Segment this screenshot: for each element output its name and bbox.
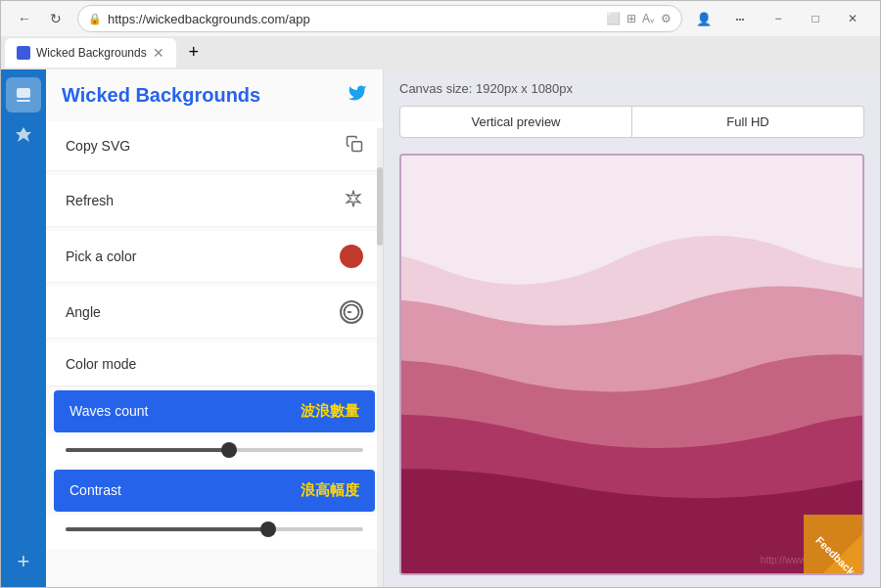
canvas-size-label: Canvas size: 1920px x 1080px xyxy=(399,81,864,96)
waves-count-item[interactable]: Waves count 波浪數量 xyxy=(54,390,375,432)
tab-favicon xyxy=(17,46,30,60)
tab-bar: Wicked Backgrounds ✕ + xyxy=(1,36,880,69)
tab-icon-2: ⊞ xyxy=(626,12,636,25)
contrast-slider-track[interactable] xyxy=(66,527,363,531)
nav-buttons: ← ↻ xyxy=(11,5,70,32)
tab-title: Wicked Backgrounds xyxy=(36,46,147,60)
settings-icon: ⚙ xyxy=(661,12,672,25)
active-tab[interactable]: Wicked Backgrounds ✕ xyxy=(5,38,176,68)
contrast-slider-container xyxy=(46,516,383,549)
panel-header: Wicked Backgrounds xyxy=(46,69,383,121)
refresh-label: Refresh xyxy=(66,193,344,208)
tab-close-icon[interactable]: ✕ xyxy=(153,45,164,61)
waves-slider-container xyxy=(46,436,383,470)
address-text: https://wickedbackgrounds.com/app xyxy=(108,12,600,26)
color-mode-item[interactable]: Color mode xyxy=(46,342,383,386)
panel-title: Wicked Backgrounds xyxy=(62,84,260,107)
app-panel: Wicked Backgrounds Copy SVG xyxy=(46,69,384,587)
contrast-slider-thumb[interactable] xyxy=(260,521,276,537)
contrast-item[interactable]: Contrast 浪高幅度 xyxy=(54,470,375,512)
twitter-icon[interactable] xyxy=(348,83,367,108)
waves-slider-fill xyxy=(66,448,229,452)
waves-count-label: Waves count xyxy=(70,403,301,419)
sidebar-collections-button[interactable] xyxy=(6,77,41,113)
lock-icon: 🔒 xyxy=(88,13,102,25)
waves-slider-track[interactable] xyxy=(66,448,363,452)
contrast-slider-fill xyxy=(66,527,268,531)
minimize-button[interactable]: − xyxy=(761,5,796,32)
svg-rect-1 xyxy=(17,100,30,102)
contrast-chinese: 浪高幅度 xyxy=(301,481,359,500)
font-icon: Aᵥ xyxy=(642,12,655,25)
color-swatch[interactable] xyxy=(340,245,363,268)
profile-button[interactable]: 👤 xyxy=(690,5,718,32)
feedback-badge-container: Feedback xyxy=(784,495,862,573)
browser-sidebar: + xyxy=(1,69,46,587)
wave-preview: 遊の窩 http://www.xiaoyao.tw Feedback xyxy=(399,154,864,575)
new-tab-button[interactable]: + xyxy=(180,39,208,67)
refresh-sparkle-icon xyxy=(344,189,363,212)
angle-label: Angle xyxy=(66,304,340,320)
pick-color-item[interactable]: Pick a color xyxy=(46,231,383,283)
color-mode-label: Color mode xyxy=(66,356,363,372)
copy-icon xyxy=(346,135,363,157)
angle-icon xyxy=(340,300,363,324)
svg-rect-0 xyxy=(17,88,30,98)
svg-rect-2 xyxy=(352,142,362,152)
browser-window: ← ↻ 🔒 https://wickedbackgrounds.com/app … xyxy=(0,0,881,588)
copy-svg-label: Copy SVG xyxy=(66,138,346,154)
sidebar-add-button[interactable]: + xyxy=(6,544,41,579)
window-controls: − □ ✕ xyxy=(761,5,870,32)
refresh-button[interactable]: ↻ xyxy=(42,5,70,32)
tab-icon-1: ⬜ xyxy=(606,12,621,25)
panel-scrollbar xyxy=(377,128,383,587)
more-button[interactable]: ··· xyxy=(725,5,753,32)
waves-count-chinese: 波浪數量 xyxy=(301,402,359,421)
title-bar: ← ↻ 🔒 https://wickedbackgrounds.com/app … xyxy=(1,1,880,36)
copy-svg-item[interactable]: Copy SVG xyxy=(46,121,383,171)
address-bar[interactable]: 🔒 https://wickedbackgrounds.com/app ⬜ ⊞ … xyxy=(77,5,682,32)
angle-item[interactable]: Angle xyxy=(46,287,383,339)
full-hd-button[interactable]: Full HD xyxy=(632,106,864,138)
waves-slider-thumb[interactable] xyxy=(221,442,237,458)
vertical-preview-button[interactable]: Vertical preview xyxy=(399,106,632,138)
contrast-label: Contrast xyxy=(70,482,301,498)
preview-buttons: Vertical preview Full HD xyxy=(399,106,864,138)
maximize-button[interactable]: □ xyxy=(798,5,833,32)
content-area: Canvas size: 1920px x 1080px Vertical pr… xyxy=(384,69,880,587)
scrollbar-thumb[interactable] xyxy=(377,167,383,246)
back-button[interactable]: ← xyxy=(11,5,38,32)
refresh-item[interactable]: Refresh xyxy=(46,175,383,227)
panel-content: Copy SVG Refresh xyxy=(46,121,383,587)
main-layout: + Wicked Backgrounds Copy SVG xyxy=(1,69,880,587)
sidebar-favorites-button[interactable] xyxy=(6,116,41,152)
svg-marker-6 xyxy=(804,515,862,573)
feedback-triangle[interactable] xyxy=(804,515,862,573)
close-button[interactable]: ✕ xyxy=(835,5,870,32)
pick-color-label: Pick a color xyxy=(66,249,340,264)
